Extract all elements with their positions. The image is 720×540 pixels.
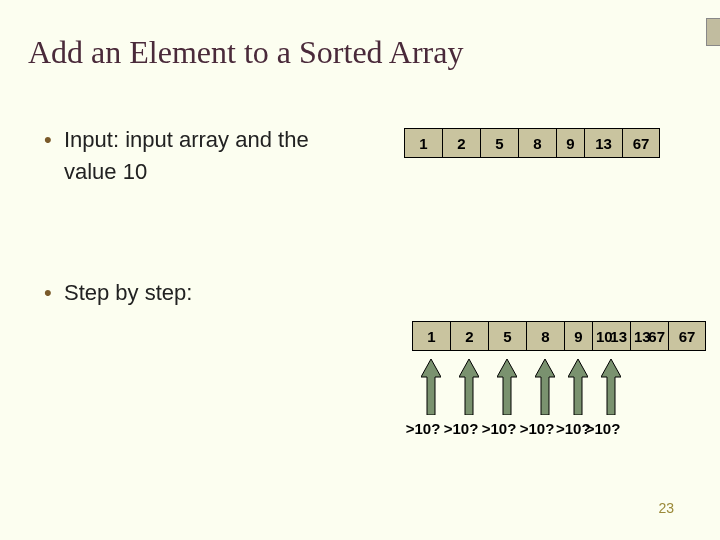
gt-label: >10?	[584, 420, 622, 437]
cell-new-value: 67	[648, 328, 665, 345]
svg-marker-2	[497, 359, 517, 415]
arrows-row	[412, 359, 630, 415]
up-arrow-icon	[421, 359, 441, 415]
step-array: 1 2 5 8 9 10 13 13 67 67	[412, 321, 706, 351]
up-arrow-icon	[601, 359, 621, 415]
array-cell: 13 67	[630, 321, 668, 351]
array-cell: 8	[526, 321, 564, 351]
svg-marker-5	[601, 359, 621, 415]
array-cell: 8	[518, 128, 556, 158]
bullet-dot-icon: •	[44, 124, 64, 156]
array-cell: 13	[584, 128, 622, 158]
bullet-step: •Step by step:	[44, 280, 192, 306]
bullet-step-text: Step by step:	[64, 280, 192, 305]
arrow-slot	[592, 359, 630, 415]
bullet-input: •Input: input array and the value 10	[44, 124, 364, 188]
arrow-slot	[450, 359, 488, 415]
gt-label: >10?	[480, 420, 518, 437]
page-title: Add an Element to a Sorted Array	[28, 34, 463, 71]
arrow-slot	[488, 359, 526, 415]
page-number: 23	[658, 500, 674, 516]
array-cell: 67	[668, 321, 706, 351]
bullet-input-line2: value 10	[64, 159, 147, 184]
array-cell: 67	[622, 128, 660, 158]
array-cell: 1	[404, 128, 442, 158]
array-cell: 10 13	[592, 321, 630, 351]
arrow-slot	[412, 359, 450, 415]
array-cell: 2	[442, 128, 480, 158]
up-arrow-icon	[459, 359, 479, 415]
array-cell: 9	[556, 128, 584, 158]
bullet-dot-icon: •	[44, 280, 64, 306]
gt-label: >10?	[518, 420, 556, 437]
svg-marker-3	[535, 359, 555, 415]
svg-marker-1	[459, 359, 479, 415]
gt-label: >10?	[442, 420, 480, 437]
array-cell: 5	[480, 128, 518, 158]
input-array: 1 2 5 8 9 13 67	[404, 128, 660, 158]
gt-label: >10?	[404, 420, 442, 437]
comparison-labels: >10? >10? >10? >10? >10? >10?	[404, 420, 622, 437]
up-arrow-icon	[535, 359, 555, 415]
array-cell: 9	[564, 321, 592, 351]
svg-marker-4	[568, 359, 588, 415]
cell-new-value: 13	[610, 328, 627, 345]
gt-label: >10?	[556, 420, 584, 437]
array-cell: 2	[450, 321, 488, 351]
svg-marker-0	[421, 359, 441, 415]
arrow-slot	[564, 359, 592, 415]
up-arrow-icon	[497, 359, 517, 415]
bullet-input-line1: Input: input array and the	[64, 127, 309, 152]
corner-decor	[706, 18, 720, 46]
array-cell: 1	[412, 321, 450, 351]
arrow-slot	[526, 359, 564, 415]
up-arrow-icon	[568, 359, 588, 415]
array-cell: 5	[488, 321, 526, 351]
